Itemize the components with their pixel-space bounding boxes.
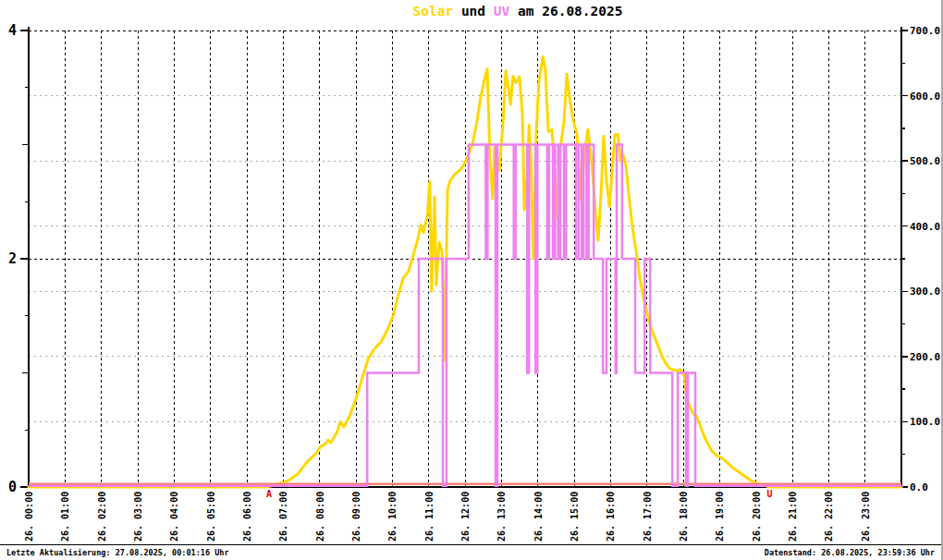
x-axis-label: 26. 01:00: [60, 492, 70, 542]
x-axis-label: 26. 05:00: [206, 492, 216, 542]
weather-chart-window: Solar und UV am 26.08.2025 420700.0600.0…: [0, 0, 943, 560]
sunset-marker: U: [767, 489, 773, 499]
solar-uv-chart: 420700.0600.0500.0400.0300.0200.0100.00.…: [0, 0, 943, 544]
x-axis-label: 26. 08:00: [315, 492, 325, 542]
left-axis-label: 2: [8, 250, 17, 267]
x-axis-label: 26. 04:00: [169, 492, 179, 542]
x-axis-label: 26. 18:00: [679, 492, 689, 542]
x-axis-label: 26. 20:00: [752, 492, 762, 542]
x-axis-label: 26. 00:00: [24, 492, 34, 542]
x-axis-label: 26. 16:00: [606, 492, 616, 542]
sunrise-marker: A: [266, 489, 272, 499]
status-bar: Letzte Aktualisierung: 27.08.2025, 00:01…: [0, 544, 941, 560]
x-axis-label: 26. 17:00: [643, 492, 653, 542]
left-axis-label: 4: [8, 22, 17, 39]
right-axis-label: 100.0: [910, 416, 940, 428]
x-axis-label: 26. 11:00: [424, 492, 435, 542]
last-update-text: Letzte Aktualisierung: 27.08.2025, 00:01…: [6, 548, 229, 557]
x-axis-label: 26. 12:00: [460, 492, 471, 542]
x-axis-label: 26. 22:00: [824, 492, 834, 542]
left-axis-label: 0: [8, 479, 17, 495]
x-axis-label: 26. 15:00: [569, 492, 580, 542]
right-axis-label: 500.0: [910, 155, 940, 167]
x-axis-label: 26. 14:00: [533, 492, 544, 542]
data-state-text: Datenstand: 26.08.2025, 23:59:36 Uhr: [765, 548, 935, 557]
axis-labels: 420700.0600.0500.0400.0300.0200.0100.00.…: [8, 22, 940, 542]
x-axis-label: 26. 10:00: [387, 492, 398, 542]
x-axis-label: 26. 06:00: [242, 492, 252, 542]
right-axis-label: 400.0: [910, 221, 940, 233]
x-axis-label: 26. 09:00: [351, 492, 361, 542]
right-axis-label: 200.0: [910, 351, 940, 363]
right-axis-label: 300.0: [910, 286, 940, 298]
x-axis-label: 26. 02:00: [97, 492, 107, 542]
sunrise-sunset-markers: AU: [266, 489, 773, 499]
x-axis-label: 26. 23:00: [861, 492, 871, 542]
axes: [20, 27, 908, 487]
x-axis-label: 26. 07:00: [278, 492, 288, 542]
x-axis-label: 26. 21:00: [788, 492, 798, 542]
right-axis-label: 700.0: [910, 25, 940, 37]
x-axis-label: 26. 03:00: [133, 492, 143, 542]
x-axis-label: 26. 19:00: [715, 492, 725, 542]
x-axis-label: 26. 13:00: [496, 492, 507, 542]
right-axis-label: 0.0: [910, 481, 928, 493]
right-axis-label: 600.0: [910, 91, 940, 103]
